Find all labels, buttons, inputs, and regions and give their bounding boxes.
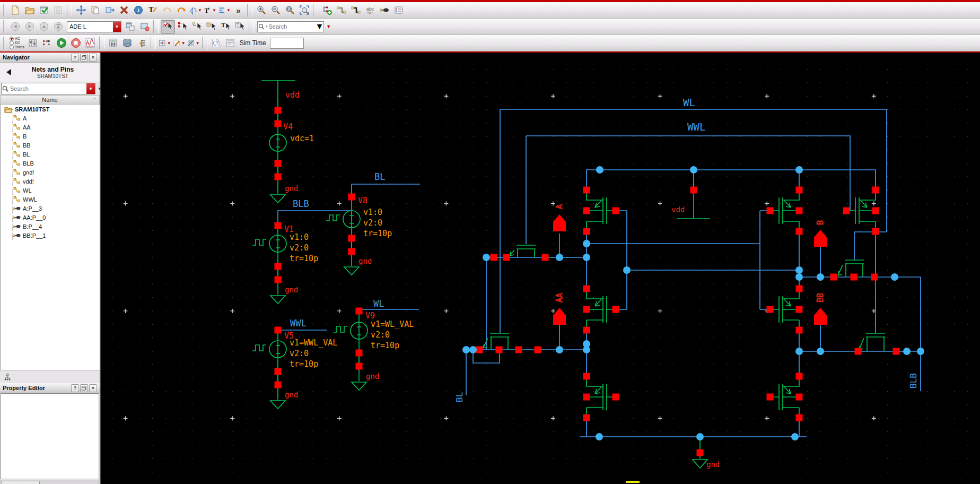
terminal-square[interactable]: [767, 306, 774, 313]
pin-symbol[interactable]: [814, 230, 827, 247]
schematic-label-vdd[interactable]: vdd: [671, 205, 685, 214]
tree-item-B:P__4[interactable]: B:P__4: [1, 222, 100, 231]
terminal-square[interactable]: [796, 286, 803, 292]
default-select[interactable]: [161, 20, 175, 34]
junction-dot[interactable]: [891, 273, 898, 281]
terminal-square[interactable]: [612, 208, 619, 214]
search-dropdown-icon[interactable]: ▼: [316, 22, 324, 31]
redo[interactable]: [174, 4, 188, 17]
query-properties[interactable]: i: [132, 4, 145, 17]
copy[interactable]: [89, 4, 102, 17]
terminal-square[interactable]: [275, 222, 282, 229]
terminal-square[interactable]: [542, 254, 549, 261]
move[interactable]: [74, 4, 88, 17]
schematic-label-BLB[interactable]: BLB: [293, 198, 309, 209]
terminal-square[interactable]: [583, 373, 590, 380]
schematic-label-BL[interactable]: BL: [454, 392, 465, 402]
save[interactable]: [51, 4, 65, 17]
object-properties[interactable]: [392, 4, 405, 17]
junction-dot[interactable]: [795, 166, 803, 174]
navigator-search-dropdown[interactable]: ▼: [86, 83, 95, 94]
combo-dropdown-icon[interactable]: ▼: [113, 22, 121, 32]
terminal-square[interactable]: [583, 187, 590, 194]
schematic-drawing[interactable]: vddV4vdc=1gndBLBV1v1:0v2:0tr=10pgndBLV8v…: [101, 53, 980, 484]
junction-dot[interactable]: [483, 254, 490, 261]
property-select[interactable]: [233, 20, 247, 33]
output-expressions[interactable]: {: [135, 37, 148, 50]
junction-dot[interactable]: [469, 346, 477, 353]
navigator-float-button[interactable]: [80, 54, 88, 62]
align[interactable]: ▼: [217, 4, 231, 17]
junction-dot[interactable]: [596, 433, 603, 440]
terminal-square[interactable]: [767, 394, 774, 401]
terminal-square[interactable]: [612, 306, 619, 313]
schematic-canvas[interactable]: vddV4vdc=1gndBLBV1v1:0v2:0tr=10pgndBLV8v…: [101, 53, 980, 484]
property-editor-scrollbar[interactable]: [1, 480, 99, 484]
terminal-square[interactable]: [356, 363, 363, 370]
tree-item-AA[interactable]: AA: [1, 123, 100, 132]
pin-symbol[interactable]: [553, 308, 566, 325]
junction-dot[interactable]: [583, 254, 590, 261]
window-hide[interactable]: [138, 20, 151, 33]
stretch[interactable]: [103, 4, 116, 17]
tree-item-BB:P__1[interactable]: BB:P__1: [1, 231, 100, 240]
radio-Trans[interactable]: Trans: [10, 45, 24, 49]
tree-item-gnd![interactable]: gnd!: [1, 168, 100, 177]
edit-menu[interactable]: ▼: [172, 37, 186, 50]
terminal-square[interactable]: [491, 254, 497, 261]
terminal-square[interactable]: [796, 228, 803, 235]
property-editor-help-button[interactable]: ?: [71, 384, 79, 392]
schematic-label-tr=10p[interactable]: tr=10p: [363, 229, 392, 238]
schematic-label-gnd[interactable]: gnd: [285, 184, 298, 193]
terminal-square[interactable]: [348, 235, 355, 242]
schematic-devices[interactable]: [252, 81, 885, 468]
search-options-arrow[interactable]: ▼: [326, 24, 331, 29]
terminal-square[interactable]: [690, 187, 697, 194]
junction-dot[interactable]: [817, 273, 824, 281]
wire-select[interactable]: [190, 20, 204, 33]
terminal-square[interactable]: [535, 347, 541, 353]
zoom-in[interactable]: [255, 4, 268, 17]
tree-item-A[interactable]: A: [1, 114, 100, 123]
terminal-square[interactable]: [356, 350, 363, 357]
tree-item-A:P__3[interactable]: A:P__3: [1, 204, 100, 213]
terminal-square[interactable]: [275, 263, 282, 270]
new-file[interactable]: [8, 4, 22, 17]
stop-simulation[interactable]: [69, 37, 83, 50]
terminal-square[interactable]: [583, 394, 590, 401]
junction-dot[interactable]: [596, 166, 603, 174]
junction-dot[interactable]: [795, 348, 803, 355]
toolbar-overflow[interactable]: »: [232, 4, 245, 17]
schematic-wires[interactable]: [278, 109, 921, 437]
terminal-square[interactable]: [583, 208, 590, 214]
schematic-label-B[interactable]: B: [816, 220, 825, 225]
property-editor-close-button[interactable]: ×: [89, 384, 97, 392]
junction-dot[interactable]: [903, 348, 911, 355]
schematic-label-vdc=1[interactable]: vdc=1: [290, 134, 314, 143]
tree-item-SRAM10TST[interactable]: SRAM10TST: [1, 105, 100, 114]
schematic-label-tr=10p[interactable]: tr=10p: [371, 341, 399, 350]
terminal-square[interactable]: [275, 174, 282, 180]
schematic-label-v2:0[interactable]: v2:0: [290, 243, 309, 253]
layout-menu[interactable]: ▼: [187, 37, 200, 50]
junction-dot[interactable]: [795, 273, 803, 281]
schematic-label-gnd[interactable]: gnd: [706, 460, 720, 469]
junction-dot[interactable]: [583, 240, 590, 247]
search-input[interactable]: [268, 23, 316, 30]
terminal-square[interactable]: [503, 254, 510, 261]
schematic-label-v1=WL_VAL[interactable]: v1=WL_VAL: [371, 319, 414, 329]
rotate[interactable]: ▼: [189, 4, 202, 17]
create-wide-wire[interactable]: [349, 4, 362, 17]
label-select[interactable]: T: [219, 20, 232, 33]
analysis-radios[interactable]: ACDCTrans: [10, 37, 24, 49]
schematic-label-V4[interactable]: V4: [283, 122, 293, 132]
schematic-label-WWL[interactable]: WWL: [290, 318, 307, 329]
schematic-label-gnd[interactable]: gnd: [285, 286, 298, 294]
log-tool[interactable]: [224, 37, 237, 50]
schematic-label-tr=10p[interactable]: tr=10p: [290, 359, 318, 369]
terminal-square[interactable]: [855, 348, 862, 355]
terminal-square[interactable]: [872, 208, 879, 214]
zoom-to-selected[interactable]: [298, 4, 311, 17]
junction-dot[interactable]: [583, 346, 590, 353]
tree-column-header[interactable]: Name ⌃: [0, 95, 100, 105]
